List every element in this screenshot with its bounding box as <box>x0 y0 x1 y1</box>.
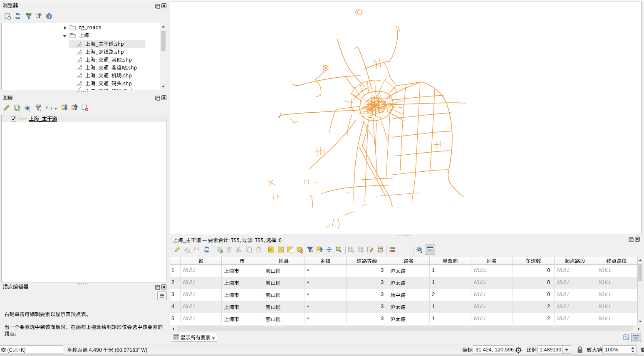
svg-text:ε: ε <box>46 104 48 110</box>
svg-text:ε: ε <box>270 247 272 252</box>
